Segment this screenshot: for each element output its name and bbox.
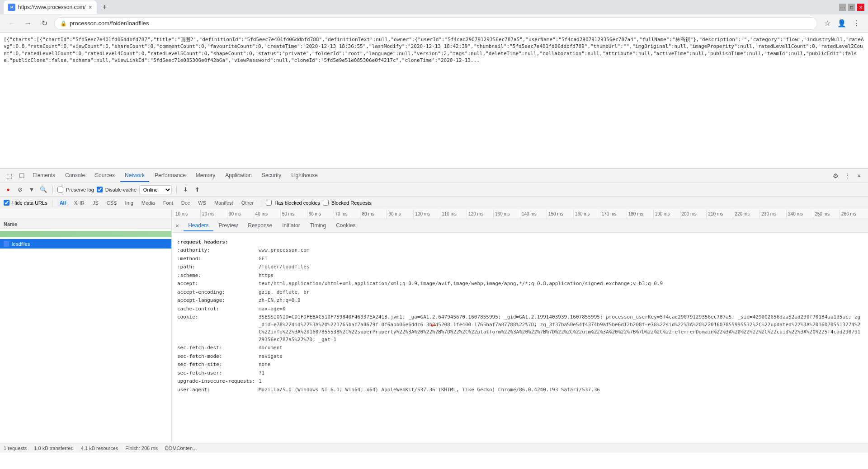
search-button[interactable]: 🔍	[39, 185, 48, 194]
window-controls: — □ ✕	[839, 4, 864, 11]
tab-console[interactable]: Console	[61, 169, 90, 182]
forward-button[interactable]: →	[22, 17, 34, 30]
tl-90ms: 90 ms	[387, 209, 413, 219]
tl-150ms: 150 ms	[547, 209, 573, 219]
header-key: :scheme:	[177, 272, 259, 280]
header-row-upgrade: upgrade-insecure-requests: 1	[177, 378, 863, 385]
tab-performance[interactable]: Performance	[150, 169, 190, 182]
header-key: cache-control:	[177, 305, 259, 313]
filter-js-button[interactable]: JS	[90, 199, 101, 206]
tab-lighthouse[interactable]: Lighthouse	[287, 169, 322, 182]
header-val: www.processon.com	[259, 247, 863, 254]
status-bar: 1 requests 1.0 kB transferred 4.1 kB res…	[0, 443, 868, 453]
blocked-requests-label: Blocked Requests	[331, 200, 372, 206]
tl-170ms: 170 ms	[600, 209, 627, 219]
tl-220ms: 220 ms	[733, 209, 760, 219]
tab-network[interactable]: Network	[120, 169, 149, 182]
files-list: Name loadfiles	[0, 219, 172, 443]
minimize-button[interactable]: —	[839, 4, 846, 11]
tl-140ms: 140 ms	[520, 209, 547, 219]
back-button[interactable]: ←	[5, 17, 18, 30]
browser-content: [{"charts":[{"chartId":"5fd5eec7e401fd06…	[0, 33, 868, 453]
filter-doc-button[interactable]: Doc	[179, 199, 193, 206]
blocked-requests-checkbox[interactable]	[323, 200, 329, 206]
tab-application[interactable]: Application	[221, 169, 256, 182]
filter-other-button[interactable]: Other	[239, 199, 257, 206]
preserve-log-checkbox[interactable]	[57, 187, 63, 192]
bookmark-button[interactable]: ☆	[821, 17, 834, 30]
detail-close-button[interactable]: ×	[175, 222, 179, 230]
detail-tab-initiator[interactable]: Initiator	[278, 220, 304, 231]
detail-tab-cookies[interactable]: Cookies	[331, 220, 360, 231]
filter-css-button[interactable]: CSS	[104, 199, 120, 206]
files-header: Name	[0, 219, 171, 229]
header-key: sec-fetch-dest:	[177, 344, 259, 352]
hide-data-urls-checkbox[interactable]	[4, 200, 9, 206]
tab-security[interactable]: Security	[257, 169, 286, 182]
throttle-select[interactable]: Online Fast 3G Slow 3G Offline	[139, 185, 172, 194]
request-details: × Headers Preview Response Initiator Tim…	[172, 219, 868, 443]
filter-xhr-button[interactable]: XHR	[71, 199, 87, 206]
import-button[interactable]: ⬇	[181, 185, 190, 194]
dom-content: DOMConten...	[165, 446, 197, 451]
filter-manifest-button[interactable]: Manifest	[212, 199, 236, 206]
menu-button[interactable]: ⋮	[850, 17, 863, 30]
header-key: :method:	[177, 255, 259, 263]
transferred-size: 1.0 kB transferred	[34, 446, 73, 451]
favicon-icon: P	[8, 4, 15, 11]
url-bar[interactable]: 🔒 processon.com/folder/loadfiles	[54, 17, 817, 30]
tab-close-button[interactable]: ×	[88, 4, 92, 11]
header-row-authority: :authority: www.processon.com	[177, 247, 863, 254]
filter-toggle-button[interactable]: ▼	[27, 185, 36, 194]
tab-memory[interactable]: Memory	[191, 169, 220, 182]
filter-media-button[interactable]: Media	[139, 199, 158, 206]
tab-elements[interactable]: Elements	[28, 169, 60, 182]
header-val: document	[259, 344, 863, 352]
blocked-cookies-checkbox[interactable]	[266, 200, 272, 206]
close-button[interactable]: ✕	[857, 4, 864, 11]
disable-cache-checkbox[interactable]	[97, 187, 103, 192]
tl-60ms: 60 ms	[307, 209, 334, 219]
tl-50ms: 50 ms	[280, 209, 307, 219]
header-val: none	[259, 361, 863, 369]
devtools-close-button[interactable]: ×	[854, 170, 864, 181]
tab-sources[interactable]: Sources	[90, 169, 119, 182]
clear-button[interactable]: ⊘	[15, 185, 24, 194]
tl-160ms: 160 ms	[573, 209, 600, 219]
header-row-accept-language: accept-language: zh-CN,zh;q=0.9	[177, 297, 863, 305]
devtools-more-button[interactable]: ⋮	[842, 170, 853, 181]
tl-30ms: 30 ms	[227, 209, 254, 219]
device-toolbar-button[interactable]: ☐	[16, 170, 27, 181]
browser-tab[interactable]: P https://www.processon.com/ ×	[4, 0, 97, 14]
export-button[interactable]: ⬆	[193, 185, 202, 194]
inspect-element-button[interactable]: ⬚	[4, 170, 14, 181]
tl-20ms: 20 ms	[200, 209, 227, 219]
filter-all-button[interactable]: All	[57, 199, 69, 206]
reload-button[interactable]: ↻	[38, 17, 51, 30]
tl-120ms: 120 ms	[467, 209, 493, 219]
header-row-scheme: :scheme: https	[177, 272, 863, 280]
header-row-cache-control: cache-control: max-age=0	[177, 305, 863, 313]
detail-tab-headers[interactable]: Headers	[184, 220, 213, 231]
detail-tab-preview[interactable]: Preview	[214, 220, 243, 231]
header-key: sec-fetch-mode:	[177, 353, 259, 361]
file-row[interactable]: loadfiles	[0, 239, 171, 249]
header-row-sec-fetch-user: sec-fetch-user: ?1	[177, 370, 863, 377]
profile-button[interactable]: 👤	[835, 17, 848, 30]
header-val: zh-CN,zh;q=0.9	[259, 297, 863, 305]
requests-count: 1 requests	[4, 446, 27, 451]
detail-tab-timing[interactable]: Timing	[306, 220, 331, 231]
filter-font-button[interactable]: Font	[160, 199, 176, 206]
new-tab-button[interactable]: +	[99, 1, 111, 14]
maximize-button[interactable]: □	[848, 4, 855, 11]
header-key: upgrade-insecure-requests:	[177, 378, 259, 385]
detail-tab-response[interactable]: Response	[243, 220, 277, 231]
record-button[interactable]: ●	[4, 185, 13, 194]
request-headers-title: :request headers:	[177, 239, 863, 245]
filter-ws-button[interactable]: WS	[195, 199, 209, 206]
filter-img-button[interactable]: Img	[122, 199, 136, 206]
devtools-toolbar: ⬚ ☐ Elements Console Sources Network Per…	[0, 169, 868, 183]
devtools-settings-button[interactable]: ⚙	[830, 170, 841, 181]
toolbar-separator	[52, 186, 53, 193]
tl-200ms: 200 ms	[680, 209, 707, 219]
